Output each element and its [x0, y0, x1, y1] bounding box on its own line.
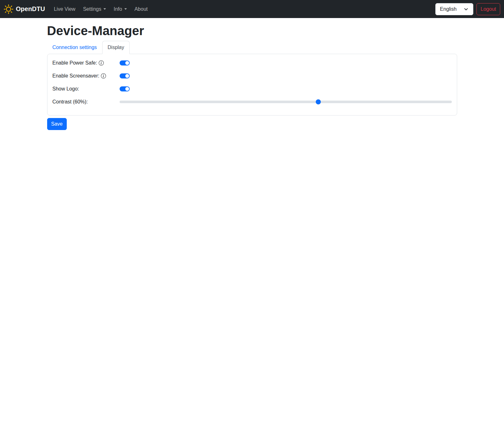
- logout-button[interactable]: Logout: [476, 3, 500, 15]
- info-circle-icon[interactable]: [101, 73, 106, 78]
- navbar-right-group: English Logout: [435, 3, 500, 15]
- nav-links: Live View Settings Info About: [50, 4, 152, 15]
- save-button[interactable]: Save: [47, 118, 67, 130]
- language-select-value: English: [440, 6, 457, 12]
- language-select[interactable]: English: [435, 3, 473, 15]
- nav-item-label: Settings: [83, 6, 101, 12]
- field-label-text: Contrast (60%):: [53, 98, 88, 106]
- page-title: Device-Manager: [47, 23, 457, 38]
- form-row-show-logo: Show Logo:: [53, 85, 452, 93]
- sun-icon: [4, 4, 13, 14]
- field-label: Enable Power Safe:: [53, 59, 120, 67]
- field-control: [120, 60, 452, 65]
- field-label: Show Logo:: [53, 85, 120, 93]
- nav-item-info[interactable]: Info: [111, 4, 129, 15]
- form-row-enable-screensaver: Enable Screensaver:: [53, 72, 452, 80]
- tab-connection-settings[interactable]: Connection settings: [47, 41, 103, 54]
- main-container: Device-Manager Connection settings Displ…: [43, 23, 461, 130]
- caret-down-icon: [103, 8, 106, 10]
- caret-down-icon: [124, 8, 127, 10]
- info-circle-icon[interactable]: [99, 60, 104, 65]
- nav-item-live-view[interactable]: Live View: [51, 4, 78, 15]
- enable-screensaver-switch[interactable]: [120, 73, 130, 78]
- nav-item-about[interactable]: About: [132, 4, 150, 15]
- tab-display[interactable]: Display: [102, 41, 129, 54]
- chevron-down-icon: [464, 7, 469, 12]
- field-control: [120, 73, 452, 78]
- field-control: [120, 99, 452, 104]
- tab-bar: Connection settings Display: [47, 41, 457, 54]
- field-label-text: Enable Screensaver:: [53, 72, 100, 80]
- nav-item-label: About: [134, 6, 148, 12]
- brand-link[interactable]: OpenDTU: [4, 4, 45, 14]
- nav-item-label: Info: [114, 6, 122, 12]
- display-settings-card: Enable Power Safe: Enable Screensaver:: [47, 54, 457, 115]
- form-row-contrast: Contrast (60%):: [53, 98, 452, 106]
- brand-label: OpenDTU: [16, 5, 45, 13]
- show-logo-switch[interactable]: [120, 86, 130, 91]
- field-label-text: Enable Power Safe:: [53, 59, 97, 67]
- nav-item-settings[interactable]: Settings: [80, 4, 109, 15]
- field-label: Contrast (60%):: [53, 98, 120, 106]
- contrast-slider[interactable]: [120, 99, 452, 104]
- enable-power-safe-switch[interactable]: [120, 60, 130, 65]
- field-label-text: Show Logo:: [53, 85, 79, 93]
- field-control: [120, 86, 452, 91]
- form-row-enable-power-safe: Enable Power Safe:: [53, 59, 452, 67]
- navbar: OpenDTU Live View Settings Info About En…: [0, 0, 504, 18]
- navbar-left-group: OpenDTU Live View Settings Info About: [4, 4, 152, 15]
- field-label: Enable Screensaver:: [53, 72, 120, 80]
- nav-item-label: Live View: [54, 6, 75, 12]
